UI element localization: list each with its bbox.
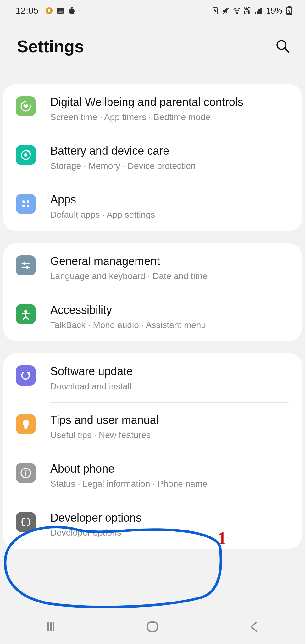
svg-point-26 (22, 205, 25, 207)
svg-point-27 (27, 205, 29, 207)
row-subtitle: Developer options (50, 527, 289, 538)
ring-target-icon (16, 145, 36, 165)
wifi-icon (233, 7, 240, 14)
recents-button[interactable] (42, 617, 60, 636)
svg-rect-11 (255, 12, 256, 14)
back-button[interactable] (245, 617, 263, 636)
row-title: Apps (50, 192, 289, 207)
navigation-bar (0, 609, 305, 644)
info-icon (16, 463, 36, 483)
row-subtitle: Default apps · App settings (50, 209, 289, 220)
svg-point-4 (69, 8, 75, 14)
person-icon (16, 304, 36, 324)
bulb-icon (16, 414, 36, 434)
dots-grid-icon (16, 194, 36, 214)
signal-icon (254, 7, 262, 14)
status-bar: 12:05 · Vo))LTE 15% (0, 0, 305, 21)
svg-rect-16 (288, 6, 291, 7)
svg-rect-14 (260, 8, 262, 14)
recents-icon (45, 621, 57, 633)
battery-charging-icon (286, 7, 293, 14)
row-subtitle: TalkBack · Mono audio · Assistant menu (50, 319, 289, 331)
status-left: 12:05 · (16, 6, 81, 16)
row-subtitle: Storage · Memory · Device protection (50, 160, 289, 172)
row-subtitle: Download and install (50, 381, 289, 392)
row-text: Battery and device careStorage · Memory … (50, 144, 289, 172)
row-subtitle: Status · Legal information · Phone name (50, 478, 289, 490)
svg-point-25 (27, 200, 29, 203)
row-title: Accessibility (50, 303, 289, 318)
svg-rect-12 (257, 11, 258, 14)
row-text: AppsDefault apps · App settings (50, 192, 289, 220)
row-title: Software update (50, 364, 289, 379)
heart-ring-icon (16, 96, 36, 116)
volte-icon: Vo))LTE (243, 7, 251, 14)
svg-point-40 (25, 470, 27, 472)
row-text: Tips and user manualUseful tips · New fe… (50, 413, 289, 441)
row-title: About phone (50, 462, 289, 476)
svg-point-23 (24, 153, 27, 157)
row-title: Battery and device care (50, 144, 289, 158)
settings-list: Digital Wellbeing and parental controlsS… (0, 84, 305, 593)
svg-rect-38 (24, 427, 27, 429)
settings-item-developer-options[interactable]: Developer optionsDeveloper options (3, 500, 302, 549)
svg-rect-45 (148, 622, 157, 631)
row-text: Digital Wellbeing and parental controlsS… (50, 95, 289, 123)
home-icon (146, 620, 159, 633)
settings-item-accessibility[interactable]: AccessibilityTalkBack · Mono audio · Ass… (3, 292, 302, 341)
row-title: General management (50, 254, 289, 269)
svg-point-29 (23, 262, 25, 265)
mute-icon (222, 7, 230, 14)
row-subtitle: Language and keyboard · Date and time (50, 270, 289, 282)
row-subtitle: Useful tips · New features (50, 430, 289, 441)
svg-point-24 (22, 200, 25, 203)
battery-percent: 15% (266, 6, 282, 16)
row-text: General managementLanguage and keyboard … (50, 254, 289, 282)
row-text: Software updateDownload and install (50, 364, 289, 392)
stopwatch-icon (68, 7, 75, 14)
gallery-icon (56, 7, 64, 14)
search-icon (275, 39, 290, 53)
svg-rect-41 (25, 472, 26, 476)
settings-group: Digital Wellbeing and parental controlsS… (3, 84, 302, 231)
settings-group: Software updateDownload and installTips … (3, 353, 302, 549)
row-text: AccessibilityTalkBack · Mono audio · Ass… (50, 303, 289, 331)
svg-line-36 (26, 317, 28, 319)
row-title: Developer options (50, 511, 289, 525)
settings-item-battery-device-care[interactable]: Battery and device careStorage · Memory … (3, 133, 302, 182)
header: Settings (0, 21, 305, 69)
refresh-icon (16, 365, 36, 386)
app-notif-icon (45, 7, 53, 14)
svg-marker-7 (214, 8, 216, 13)
settings-item-software-update[interactable]: Software updateDownload and install (3, 353, 302, 402)
svg-marker-18 (288, 8, 291, 14)
svg-rect-1 (48, 9, 50, 12)
svg-point-10 (236, 12, 238, 14)
settings-group: General managementLanguage and keyboard … (3, 243, 302, 341)
page-title: Settings (17, 36, 84, 56)
home-button[interactable] (143, 617, 162, 636)
braces-icon (16, 512, 36, 532)
clock: 12:05 (16, 6, 39, 16)
row-title: Digital Wellbeing and parental controls (50, 95, 289, 110)
svg-point-31 (26, 266, 29, 269)
settings-item-apps[interactable]: AppsDefault apps · App settings (3, 182, 302, 230)
settings-item-general-management[interactable]: General managementLanguage and keyboard … (3, 243, 302, 292)
row-text: About phoneStatus · Legal information · … (50, 462, 289, 490)
search-button[interactable] (275, 39, 290, 53)
svg-rect-13 (258, 9, 260, 14)
row-subtitle: Screen time · App timers · Bedtime mode (50, 112, 289, 123)
svg-line-20 (285, 48, 289, 52)
settings-item-digital-wellbeing[interactable]: Digital Wellbeing and parental controlsS… (3, 84, 302, 133)
back-icon (249, 620, 259, 633)
row-title: Tips and user manual (50, 413, 289, 428)
data-saver-icon (211, 7, 219, 14)
settings-item-tips-manual[interactable]: Tips and user manualUseful tips · New fe… (3, 402, 302, 451)
row-text: Developer optionsDeveloper options (50, 511, 289, 539)
svg-rect-5 (71, 7, 73, 8)
more-notif-dot: · (79, 7, 81, 15)
status-right: Vo))LTE 15% (211, 6, 293, 16)
sliders-icon (16, 255, 36, 275)
settings-item-about-phone[interactable]: About phoneStatus · Legal information · … (3, 451, 302, 500)
